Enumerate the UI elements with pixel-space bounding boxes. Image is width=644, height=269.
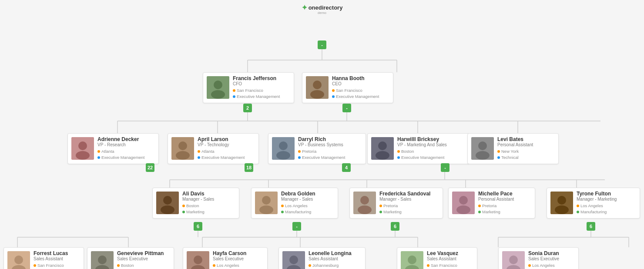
location-dot-darryl <box>298 150 301 153</box>
name-harwilll: Harwilll Bricksey <box>397 136 447 142</box>
info-debra: Debra Golden Manager - Sales Los Angeles… <box>281 191 315 215</box>
avatar-genevieve <box>91 251 114 269</box>
location-lee: San Francisco <box>427 262 458 269</box>
dept-dot-michelle <box>478 211 481 213</box>
svg-point-56 <box>163 196 172 205</box>
svg-point-48 <box>276 151 290 160</box>
info-adrienne: Adrienne Decker VP - Research Atlanta Ex… <box>97 136 144 161</box>
dept-text-levi: Technical <box>501 155 519 161</box>
dept-dot-adrienne <box>97 156 100 159</box>
title-debra: Manager - Sales <box>281 197 315 202</box>
title-harwilll: VP - Marketing And Sales <box>397 142 447 147</box>
avatar-hanna <box>306 76 329 99</box>
svg-point-69 <box>555 205 569 214</box>
location-forrest: San Francisco <box>34 262 68 269</box>
toggle-april[interactable]: 18 <box>245 163 253 172</box>
dept-text-adrienne: Executive Management <box>101 155 144 161</box>
logo-tagline: demo <box>0 11 644 15</box>
root-toggle[interactable]: - <box>318 40 326 49</box>
dept-fredericka: Marketing <box>379 209 430 215</box>
location-hanna: San Francisco <box>332 87 379 94</box>
node-hayfa: Hayfa Carson Sales Executive Los Angeles… <box>183 247 268 269</box>
dept-dot-hanna <box>332 95 335 98</box>
logo-icon: ✦ <box>302 3 307 12</box>
location-dot-adrienne <box>97 150 100 153</box>
info-michelle: Michelle Pace Personal Assistant Pretori… <box>478 191 514 215</box>
location-harwilll: Boston <box>397 148 447 155</box>
node-leonelle: Leonelle Longina Sales Assistant Johanne… <box>278 247 366 269</box>
title-darryl: VP - Business Systems <box>298 142 345 147</box>
toggle-francis[interactable]: 2 <box>243 104 252 112</box>
node-genevieve: Genevieve Pittman Sales Executive Boston… <box>87 247 174 269</box>
dept-hanna: Executive Management <box>332 94 379 100</box>
title-ali: Manager - Sales <box>182 197 214 202</box>
location-dot-lee <box>427 264 429 267</box>
location-dot-forrest <box>34 264 36 267</box>
dept-dot-levi <box>497 156 500 159</box>
dept-dot-debra <box>281 211 284 213</box>
info-darryl: Darryl Rich VP - Business Systems Pretor… <box>298 136 345 161</box>
node-darryl: Darryl Rich VP - Business Systems Pretor… <box>268 133 366 164</box>
toggle-darryl[interactable]: 4 <box>342 163 351 172</box>
location-text-michelle: Pretoria <box>482 203 496 209</box>
location-april: Atlanta <box>198 148 245 155</box>
toggle-fredericka[interactable]: 6 <box>391 222 399 231</box>
avatar-tyrone <box>550 192 573 214</box>
avatar-lee <box>401 251 423 269</box>
location-text-tyrone: Los Angeles <box>580 203 603 209</box>
location-dot-leonelle <box>309 264 311 267</box>
title-hayfa: Sales Executive <box>213 256 246 261</box>
node-fredericka: Fredericka Sandoval Manager - Sales Pret… <box>349 188 443 219</box>
info-fredericka: Fredericka Sandoval Manager - Sales Pret… <box>379 191 430 215</box>
name-forrest: Forrest Lucas <box>34 250 68 256</box>
dept-michelle: Marketing <box>478 209 514 215</box>
tree-container: - Francis Jefferson CFO San Francisco <box>0 17 644 269</box>
svg-point-51 <box>376 151 389 160</box>
node-tyrone: Tyrone Fulton Manager - Marketing Los An… <box>547 188 640 219</box>
location-dot-levi <box>497 150 500 153</box>
dept-text-hanna: Executive Management <box>336 94 379 100</box>
toggle-hanna[interactable]: - <box>342 104 351 112</box>
node-lee: Lee Vasquez Sales Assistant San Francisc… <box>397 247 477 269</box>
svg-point-74 <box>98 256 107 264</box>
info-levi: Levi Bates Personal Assistant New York T… <box>497 136 533 161</box>
svg-point-41 <box>78 141 87 150</box>
svg-point-44 <box>178 141 187 150</box>
toggle-tyrone[interactable]: 6 <box>587 222 595 231</box>
title-leonelle: Sales Assistant <box>309 256 352 261</box>
toggle-adrienne[interactable]: 22 <box>146 163 154 172</box>
svg-point-62 <box>360 196 369 205</box>
toggle-harwilll[interactable]: - <box>441 163 449 172</box>
svg-point-63 <box>358 205 372 214</box>
location-text-fredericka: Pretoria <box>383 203 398 209</box>
info-genevieve: Genevieve Pittman Sales Executive Boston… <box>117 250 164 269</box>
dept-tyrone: Manufacturing <box>577 209 617 215</box>
dept-dot-tyrone <box>577 211 579 213</box>
node-levi: Levi Bates Personal Assistant New York T… <box>467 133 559 164</box>
name-levi: Levi Bates <box>497 136 533 142</box>
dept-ali: Marketing <box>182 209 214 215</box>
node-sonia: Sonia Duran Sales Executive Los Angeles … <box>498 247 579 269</box>
avatar-fredericka <box>353 192 376 214</box>
svg-point-39 <box>310 90 324 99</box>
name-hanna: Hanna Booth <box>332 75 379 81</box>
title-sonia: Sales Executive <box>528 256 559 261</box>
node-michelle: Michelle Pace Personal Assistant Pretori… <box>448 188 535 219</box>
location-michelle: Pretoria <box>478 203 514 209</box>
location-dot-tyrone <box>577 205 579 207</box>
info-lee: Lee Vasquez Sales Assistant San Francisc… <box>427 250 458 269</box>
location-darryl: Pretoria <box>298 148 345 155</box>
title-michelle: Personal Assistant <box>478 197 514 202</box>
location-dot-francis <box>233 89 235 92</box>
location-text-leonelle: Johannesburg <box>312 262 339 269</box>
location-dot-harwilll <box>397 150 400 153</box>
avatar-hayfa <box>187 251 209 269</box>
toggle-debra[interactable]: - <box>292 222 301 231</box>
toggle-ali[interactable]: 6 <box>194 222 202 231</box>
svg-point-71 <box>14 256 23 264</box>
svg-point-59 <box>262 196 271 205</box>
svg-point-80 <box>289 256 298 264</box>
avatar-debra <box>255 192 278 214</box>
location-text-forrest: San Francisco <box>37 262 64 269</box>
location-text-harwilll: Boston <box>401 148 414 155</box>
